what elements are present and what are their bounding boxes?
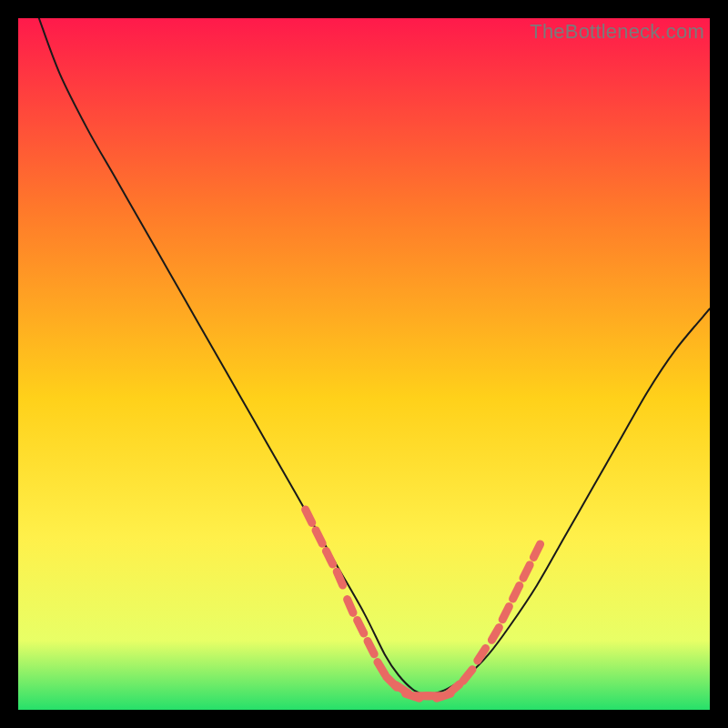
marker-dash (337, 571, 342, 585)
gradient-background (18, 18, 710, 710)
chart-frame: TheBottleneck.com (18, 18, 710, 710)
marker-dash (348, 600, 353, 613)
chart-svg (18, 18, 710, 710)
watermark-text: TheBottleneck.com (530, 20, 704, 44)
